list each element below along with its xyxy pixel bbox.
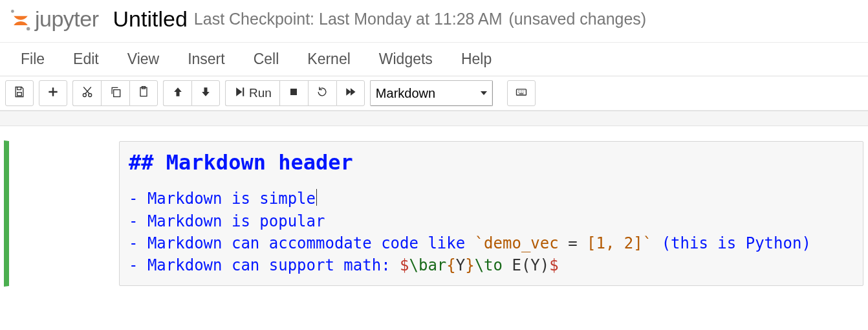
stop-icon <box>287 85 300 102</box>
keyboard-icon <box>515 85 528 102</box>
toolbar: Run Markdown <box>0 76 868 111</box>
menu-kernel[interactable]: Kernel <box>307 50 350 68</box>
cell-type-select-wrap: Markdown <box>370 80 493 106</box>
toolbar-separator <box>0 111 868 126</box>
menu-view[interactable]: View <box>127 50 159 68</box>
md-line-1: - Markdown is simple <box>129 188 854 210</box>
menu-help[interactable]: Help <box>461 50 492 68</box>
interrupt-button[interactable] <box>279 80 308 106</box>
run-button-label: Run <box>249 86 272 100</box>
restart-icon <box>316 85 329 102</box>
svg-rect-11 <box>290 89 297 95</box>
restart-run-all-button[interactable] <box>336 80 365 106</box>
cell-editor[interactable]: ## Markdown header - Markdown is simple … <box>119 141 863 286</box>
svg-point-1 <box>27 27 30 30</box>
add-icon <box>47 85 60 102</box>
svg-rect-4 <box>49 91 57 93</box>
cell-type-select[interactable]: Markdown <box>370 80 493 106</box>
move-down-button[interactable] <box>191 80 220 106</box>
md-line-3: - Markdown can accommodate code like `de… <box>129 232 854 254</box>
paste-icon <box>137 85 150 102</box>
checkpoint-status: Last Checkpoint: Last Monday at 11:28 AM <box>194 10 503 28</box>
fast-forward-icon <box>344 85 357 102</box>
cut-icon <box>81 85 94 102</box>
cell-prompt <box>9 141 119 286</box>
md-line-4: - Markdown can support math: $\bar{Y}\to… <box>129 254 854 276</box>
svg-rect-2 <box>17 92 22 95</box>
unsaved-status: (unsaved changes) <box>509 10 647 28</box>
svg-rect-10 <box>243 87 244 96</box>
play-step-icon <box>233 85 246 102</box>
menu-file[interactable]: File <box>21 50 45 68</box>
svg-point-6 <box>88 93 91 96</box>
restart-button[interactable] <box>308 80 336 106</box>
jupyter-logo-text: jupyter <box>35 6 99 32</box>
markdown-cell[interactable]: ## Markdown header - Markdown is simple … <box>4 140 864 287</box>
move-up-button[interactable] <box>163 80 191 106</box>
menubar: File Edit View Insert Cell Kernel Widget… <box>0 42 868 76</box>
paste-button[interactable] <box>129 80 158 106</box>
svg-point-5 <box>83 93 86 96</box>
md-line-2: - Markdown is popular <box>129 210 854 232</box>
menu-insert[interactable]: Insert <box>188 50 225 68</box>
jupyter-icon <box>9 8 32 31</box>
md-header-line: ## Markdown header <box>129 148 854 177</box>
notebook-header: jupyter Untitled Last Checkpoint: Last M… <box>0 0 868 42</box>
text-cursor <box>316 189 317 206</box>
svg-rect-7 <box>113 89 120 96</box>
menu-widgets[interactable]: Widgets <box>379 50 433 68</box>
arrow-down-icon <box>199 85 212 102</box>
notebook-area: ## Markdown header - Markdown is simple … <box>0 126 868 293</box>
menu-edit[interactable]: Edit <box>73 50 99 68</box>
save-icon <box>13 85 26 102</box>
svg-point-0 <box>11 10 14 13</box>
cut-button[interactable] <box>72 80 101 106</box>
copy-icon <box>109 85 122 102</box>
copy-button[interactable] <box>101 80 129 106</box>
notebook-title[interactable]: Untitled <box>113 6 188 32</box>
jupyter-logo: jupyter <box>9 6 99 32</box>
add-cell-button[interactable] <box>39 80 67 106</box>
menu-cell[interactable]: Cell <box>254 50 279 68</box>
run-button[interactable]: Run <box>225 80 279 106</box>
save-button[interactable] <box>5 80 34 106</box>
arrow-up-icon <box>171 85 184 102</box>
command-palette-button[interactable] <box>507 80 536 106</box>
